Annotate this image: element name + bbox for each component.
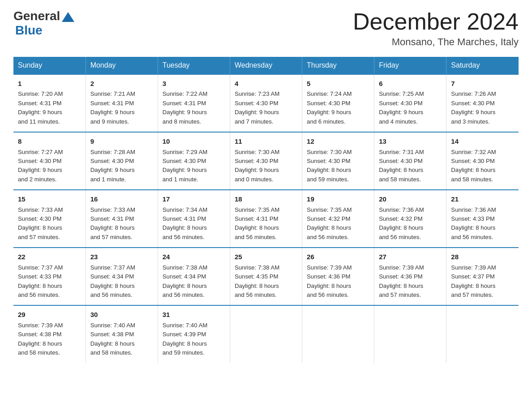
calendar-week-row: 8Sunrise: 7:27 AMSunset: 4:30 PMDaylight… [13,132,519,190]
calendar-cell: 15Sunrise: 7:33 AMSunset: 4:30 PMDayligh… [13,190,86,248]
day-info: Sunrise: 7:40 AMSunset: 4:38 PMDaylight:… [90,321,153,358]
day-number: 12 [307,136,369,146]
calendar-header-thursday: Thursday [302,57,374,74]
calendar-cell: 30Sunrise: 7:40 AMSunset: 4:38 PMDayligh… [86,305,158,363]
day-number: 16 [90,194,153,204]
calendar-cell: 4Sunrise: 7:23 AMSunset: 4:30 PMDaylight… [230,74,302,132]
day-number: 8 [18,136,81,146]
day-number: 7 [451,78,514,89]
day-info: Sunrise: 7:35 AMSunset: 4:32 PMDaylight:… [307,206,369,242]
day-info: Sunrise: 7:33 AMSunset: 4:31 PMDaylight:… [90,206,153,242]
logo: General Blue [13,9,74,38]
calendar-cell: 21Sunrise: 7:36 AMSunset: 4:33 PMDayligh… [446,190,519,248]
calendar-cell: 10Sunrise: 7:29 AMSunset: 4:30 PMDayligh… [158,132,230,190]
calendar-cell: 11Sunrise: 7:30 AMSunset: 4:30 PMDayligh… [230,132,302,190]
calendar-cell: 16Sunrise: 7:33 AMSunset: 4:31 PMDayligh… [86,190,158,248]
day-info: Sunrise: 7:38 AMSunset: 4:35 PMDaylight:… [235,263,297,300]
day-info: Sunrise: 7:33 AMSunset: 4:30 PMDaylight:… [18,206,81,242]
day-info: Sunrise: 7:23 AMSunset: 4:30 PMDaylight:… [235,90,297,126]
calendar-cell: 13Sunrise: 7:31 AMSunset: 4:30 PMDayligh… [374,132,446,190]
day-info: Sunrise: 7:20 AMSunset: 4:31 PMDaylight:… [18,90,81,126]
calendar-cell: 7Sunrise: 7:26 AMSunset: 4:30 PMDaylight… [446,74,519,132]
day-info: Sunrise: 7:35 AMSunset: 4:31 PMDaylight:… [235,206,297,242]
calendar-cell: 1Sunrise: 7:20 AMSunset: 4:31 PMDaylight… [13,74,86,132]
day-number: 28 [451,252,514,262]
day-number: 30 [90,309,153,320]
calendar-cell: 2Sunrise: 7:21 AMSunset: 4:31 PMDaylight… [86,74,158,132]
calendar-week-row: 15Sunrise: 7:33 AMSunset: 4:30 PMDayligh… [13,190,519,248]
day-info: Sunrise: 7:32 AMSunset: 4:30 PMDaylight:… [451,148,514,184]
calendar-cell: 6Sunrise: 7:25 AMSunset: 4:30 PMDaylight… [374,74,446,132]
calendar-cell [374,305,446,363]
day-number: 10 [163,136,225,146]
calendar-cell: 14Sunrise: 7:32 AMSunset: 4:30 PMDayligh… [446,132,519,190]
calendar-header-tuesday: Tuesday [158,57,230,74]
day-info: Sunrise: 7:36 AMSunset: 4:33 PMDaylight:… [451,206,514,242]
logo-triangle-icon [62,12,74,22]
day-info: Sunrise: 7:30 AMSunset: 4:30 PMDaylight:… [307,148,369,184]
calendar-header-saturday: Saturday [446,57,519,74]
day-number: 19 [307,194,369,204]
day-number: 6 [379,78,442,89]
day-info: Sunrise: 7:37 AMSunset: 4:33 PMDaylight:… [18,263,81,300]
day-number: 14 [451,136,514,146]
day-info: Sunrise: 7:30 AMSunset: 4:30 PMDaylight:… [235,148,297,184]
day-info: Sunrise: 7:24 AMSunset: 4:30 PMDaylight:… [307,90,369,126]
day-info: Sunrise: 7:29 AMSunset: 4:30 PMDaylight:… [163,148,225,184]
location-title: Monsano, The Marches, Italy [353,36,519,48]
day-info: Sunrise: 7:39 AMSunset: 4:37 PMDaylight:… [451,263,514,300]
day-info: Sunrise: 7:38 AMSunset: 4:34 PMDaylight:… [163,263,225,300]
calendar-header-monday: Monday [86,57,158,74]
day-info: Sunrise: 7:26 AMSunset: 4:30 PMDaylight:… [451,90,514,126]
day-info: Sunrise: 7:34 AMSunset: 4:31 PMDaylight:… [163,206,225,242]
calendar-cell: 8Sunrise: 7:27 AMSunset: 4:30 PMDaylight… [13,132,86,190]
day-number: 18 [235,194,297,204]
day-info: Sunrise: 7:27 AMSunset: 4:30 PMDaylight:… [18,148,81,184]
calendar-week-row: 29Sunrise: 7:39 AMSunset: 4:38 PMDayligh… [13,305,519,363]
day-info: Sunrise: 7:39 AMSunset: 4:36 PMDaylight:… [307,263,369,300]
day-info: Sunrise: 7:39 AMSunset: 4:36 PMDaylight:… [379,263,442,300]
calendar-cell: 23Sunrise: 7:37 AMSunset: 4:34 PMDayligh… [86,248,158,305]
day-number: 21 [451,194,514,204]
day-number: 1 [18,78,81,89]
day-number: 15 [18,194,81,204]
calendar-cell: 17Sunrise: 7:34 AMSunset: 4:31 PMDayligh… [158,190,230,248]
page-header: General Blue December 2024 Monsano, The … [13,9,519,48]
month-title: December 2024 [353,9,519,34]
calendar-cell: 22Sunrise: 7:37 AMSunset: 4:33 PMDayligh… [13,248,86,305]
calendar-header-sunday: Sunday [13,57,86,74]
day-number: 20 [379,194,442,204]
day-number: 5 [307,78,369,89]
day-info: Sunrise: 7:28 AMSunset: 4:30 PMDaylight:… [90,148,153,184]
day-number: 22 [18,252,81,262]
day-number: 4 [235,78,297,89]
day-number: 26 [307,252,369,262]
calendar-cell: 31Sunrise: 7:40 AMSunset: 4:39 PMDayligh… [158,305,230,363]
day-number: 24 [163,252,225,262]
calendar-cell: 3Sunrise: 7:22 AMSunset: 4:31 PMDaylight… [158,74,230,132]
calendar-header-wednesday: Wednesday [230,57,302,74]
day-number: 23 [90,252,153,262]
calendar-cell: 29Sunrise: 7:39 AMSunset: 4:38 PMDayligh… [13,305,86,363]
day-number: 27 [379,252,442,262]
day-number: 2 [90,78,153,89]
day-number: 17 [163,194,225,204]
calendar-cell: 12Sunrise: 7:30 AMSunset: 4:30 PMDayligh… [302,132,374,190]
calendar-cell: 28Sunrise: 7:39 AMSunset: 4:37 PMDayligh… [446,248,519,305]
day-number: 9 [90,136,153,146]
logo-general: General [13,9,60,23]
day-info: Sunrise: 7:22 AMSunset: 4:31 PMDaylight:… [163,90,225,126]
calendar-cell: 9Sunrise: 7:28 AMSunset: 4:30 PMDaylight… [86,132,158,190]
day-info: Sunrise: 7:37 AMSunset: 4:34 PMDaylight:… [90,263,153,300]
day-info: Sunrise: 7:21 AMSunset: 4:31 PMDaylight:… [90,90,153,126]
day-info: Sunrise: 7:40 AMSunset: 4:39 PMDaylight:… [163,321,225,358]
logo-blue: Blue [15,23,43,38]
calendar-cell [302,305,374,363]
calendar-cell: 5Sunrise: 7:24 AMSunset: 4:30 PMDaylight… [302,74,374,132]
calendar-header-row: SundayMondayTuesdayWednesdayThursdayFrid… [13,57,519,74]
title-block: December 2024 Monsano, The Marches, Ital… [353,9,519,48]
calendar-table: SundayMondayTuesdayWednesdayThursdayFrid… [13,57,519,363]
day-info: Sunrise: 7:36 AMSunset: 4:32 PMDaylight:… [379,206,442,242]
calendar-cell: 24Sunrise: 7:38 AMSunset: 4:34 PMDayligh… [158,248,230,305]
calendar-cell [230,305,302,363]
